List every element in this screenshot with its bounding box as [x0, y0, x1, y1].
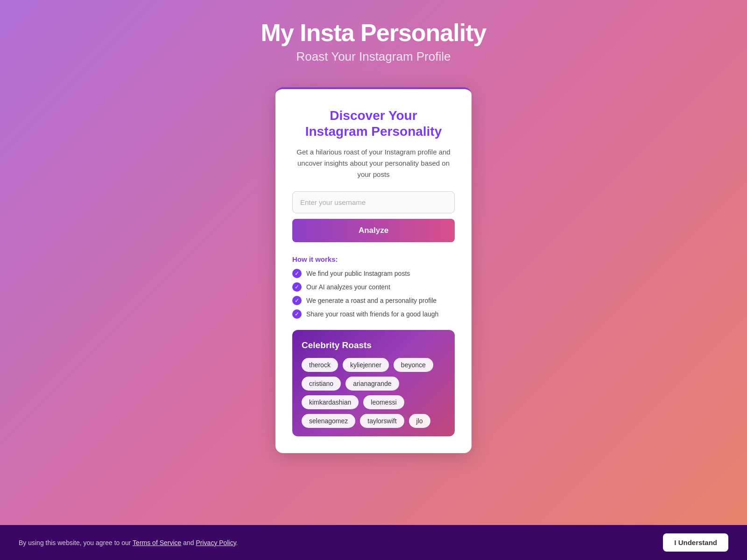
tag-jlo[interactable]: jlo: [409, 414, 430, 428]
tag-cristiano[interactable]: cristiano: [302, 377, 341, 391]
tos-link[interactable]: Terms of Service: [133, 539, 181, 546]
card-title-line1: Discover Your: [330, 108, 417, 123]
check-icon: ✓: [292, 309, 302, 319]
footer-text-between: and: [181, 539, 196, 546]
tag-kimkardashian[interactable]: kimkardashian: [302, 395, 359, 409]
list-item: ✓ We generate a roast and a personality …: [292, 296, 455, 305]
card-description: Get a hilarious roast of your Instagram …: [292, 147, 455, 180]
tags-container: therock kyliejenner beyonce cristiano ar…: [302, 358, 445, 428]
tag-arianagrande[interactable]: arianagrande: [345, 377, 399, 391]
list-item: ✓ We find your public Instagram posts: [292, 269, 455, 278]
tag-selenagomez[interactable]: selenagomez: [302, 414, 355, 428]
list-item-text: We find your public Instagram posts: [306, 270, 410, 277]
tag-kyliejenner[interactable]: kyliejenner: [343, 358, 389, 372]
check-icon: ✓: [292, 282, 302, 292]
tag-leomessi[interactable]: leomessi: [363, 395, 404, 409]
analyze-button[interactable]: Analyze: [292, 219, 455, 242]
how-it-works-list: ✓ We find your public Instagram posts ✓ …: [292, 269, 455, 319]
header: My Insta Personality Roast Your Instagra…: [0, 0, 747, 73]
page-subtitle: Roast Your Instagram Profile: [0, 49, 747, 64]
pp-link[interactable]: Privacy Policy: [196, 539, 236, 546]
page-title: My Insta Personality: [0, 19, 747, 47]
celebrity-roasts-box: Celebrity Roasts therock kyliejenner bey…: [292, 330, 455, 436]
footer-bar: By using this website, you agree to our …: [0, 525, 747, 560]
how-it-works-title: How it works:: [292, 255, 455, 263]
list-item: ✓ Share your roast with friends for a go…: [292, 309, 455, 319]
card-title: Discover Your Instagram Personality: [292, 108, 455, 139]
celebrity-roasts-title: Celebrity Roasts: [302, 340, 445, 350]
list-item-text: Our AI analyzes your content: [306, 283, 390, 291]
list-item-text: Share your roast with friends for a good…: [306, 310, 438, 318]
check-icon: ✓: [292, 269, 302, 278]
footer-text: By using this website, you agree to our …: [19, 539, 238, 546]
main-content: Discover Your Instagram Personality Get …: [0, 73, 747, 453]
check-icon: ✓: [292, 296, 302, 305]
list-item-text: We generate a roast and a personality pr…: [306, 297, 437, 304]
card-title-line2: Instagram Personality: [305, 124, 442, 139]
tag-beyonce[interactable]: beyonce: [394, 358, 433, 372]
tag-taylorswift[interactable]: taylorswift: [360, 414, 404, 428]
tag-therock[interactable]: therock: [302, 358, 338, 372]
understand-button[interactable]: I Understand: [663, 533, 728, 552]
footer-text-after: .: [236, 539, 238, 546]
main-card: Discover Your Instagram Personality Get …: [275, 87, 472, 453]
list-item: ✓ Our AI analyzes your content: [292, 282, 455, 292]
username-input[interactable]: [292, 191, 455, 213]
footer-text-before: By using this website, you agree to our: [19, 539, 133, 546]
